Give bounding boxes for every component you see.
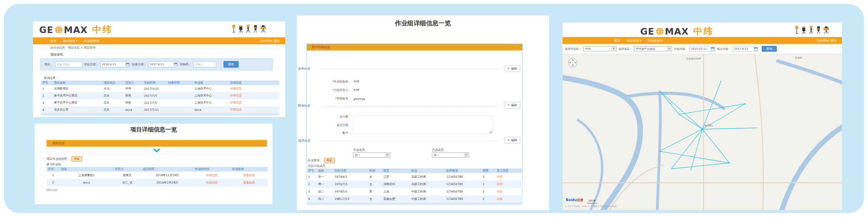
- table-cell: 徐然: [124, 99, 142, 106]
- table-link[interactable]: 详细信息: [229, 99, 279, 106]
- table-row: 1滨湖路项目大冶何伟2017/3/22上海技术中心详细信息: [41, 85, 279, 92]
- table-link[interactable]: 详细信息: [229, 92, 279, 99]
- buyer-input[interactable]: [194, 61, 216, 67]
- table-cell: 北京: [102, 92, 124, 99]
- table-cell: [166, 85, 193, 92]
- table-row: 3徕卡技术中心测试北京徐然2017/7/5上海技术中心详细信息: [41, 99, 279, 106]
- geomax-globe-icon: [55, 26, 63, 34]
- workgroup-detail-window: 作业组详细信息一览 用户详细信息 基本信息 ✎编辑 *作业组名称：中纬 *小组负…: [297, 16, 549, 210]
- search-button[interactable]: 查询: [223, 61, 239, 68]
- table-header-row: 序号组名负责人成立时间作业组详情作业轨迹: [47, 167, 268, 172]
- remark-textarea[interactable]: [353, 116, 493, 134]
- nav-home[interactable]: 首页: [614, 38, 620, 43]
- available-members-select[interactable]: 孙一▼: [353, 152, 390, 158]
- user-detail-bar: 用户详细信息: [307, 44, 522, 51]
- total-label: 总人数：: [340, 115, 351, 118]
- nav-home[interactable]: 首页: [50, 39, 57, 43]
- founded-label: 成立日期：: [337, 123, 352, 127]
- table-cell: 滨湖路项目: [52, 85, 102, 92]
- project-input[interactable]: [55, 61, 82, 67]
- start-date-label: 开始日期：: [84, 63, 99, 66]
- view-note-button[interactable]: 查看: [71, 156, 82, 162]
- back-to-top-link[interactable]: 回到顶部: [47, 188, 57, 192]
- table-cell: 2017/3/22: [142, 85, 166, 92]
- collapse-toggle[interactable]: [47, 147, 267, 154]
- pencil-icon: ✎: [507, 138, 510, 142]
- table-row: 1上海测量组1侯聚凡2014年11月29日详细信息查看轨迹: [47, 172, 268, 179]
- screenshot-canvas: GE MAX 中纬 首页 项目管理▼ 作业组管理 GeoMax 退出 您当前位置…: [0, 0, 868, 217]
- table-link[interactable]: 详情: [495, 173, 523, 180]
- nav-project-management[interactable]: 项目管理▼: [63, 39, 78, 43]
- table-cell: 3: [41, 99, 52, 106]
- table-link[interactable]: 详情: [495, 195, 523, 203]
- chevron-down-icon: ▼: [464, 153, 468, 157]
- logo-text-cn: 中纬: [92, 24, 113, 36]
- table-cell: 1: [41, 85, 52, 92]
- table-link[interactable]: 详细信息: [229, 106, 279, 113]
- level-icon: [823, 26, 830, 34]
- query-section-title: 项目查询: [50, 52, 63, 57]
- total-station-icon: [801, 26, 807, 34]
- column-header: 联系电话: [445, 168, 481, 173]
- table-link[interactable]: 详情: [495, 180, 523, 188]
- table-link[interactable]: 查看轨迹: [230, 172, 268, 179]
- table-link[interactable]: 查看轨迹: [230, 179, 268, 186]
- table-link[interactable]: 详情: [495, 188, 523, 195]
- geomax-logo: GE MAX 中纬: [39, 24, 113, 36]
- edit-extra-button[interactable]: ✎编辑: [504, 102, 520, 108]
- table-cell: 高级工程师: [410, 180, 445, 188]
- table-cell: 女: [368, 180, 382, 188]
- group-name-value: 中纬: [353, 80, 359, 84]
- calendar-icon[interactable]: [174, 63, 177, 66]
- chevron-down-icon: [153, 149, 161, 152]
- chevron-down-icon: ▼: [385, 153, 389, 157]
- table-cell: 2: [481, 180, 495, 188]
- project-select[interactable]: 中纬测产品测试▼: [634, 46, 672, 51]
- column-header: 项目地点: [102, 80, 124, 85]
- theodolite-icon: [253, 24, 258, 33]
- table-cell: 2017/7/5: [142, 99, 166, 106]
- table-row: 2leica张三_试2016年2月24日详细信息查看轨迹: [47, 179, 268, 186]
- job-query-view-button[interactable]: 查看: [324, 158, 335, 163]
- chevron-down-icon: ▼: [640, 40, 641, 42]
- workgroup-select[interactable]: 中纬▼: [583, 46, 617, 51]
- map-filter-bar: 选择作业组： 中纬▼ 选择项目： 中纬测产品测试▼ 开始日期： 截止日期： 查询: [563, 44, 842, 54]
- logout-link[interactable]: GeoMax 退出: [817, 38, 842, 43]
- table-row: 2周一1976/7/1女河南郑州高级工程师1234567892详情: [307, 180, 523, 188]
- map-canvas[interactable]: Baidu百度 200 米 © 2017 Baidu - Data © 长地图 …: [563, 54, 842, 210]
- search-form: 项目： 开始日期： 结束日期： 采购商： 查询: [40, 58, 273, 70]
- selected-members-select[interactable]: 孙一▼: [432, 152, 469, 158]
- map-search-button[interactable]: 查询: [762, 46, 777, 52]
- logout-link[interactable]: GeoMax 退出: [260, 39, 285, 43]
- table-cell: 1976/7/1: [333, 180, 368, 188]
- calendar-icon[interactable]: [754, 47, 757, 51]
- nav-workgroup-management[interactable]: 作业组管理: [84, 39, 99, 43]
- table-link[interactable]: 详细信息: [229, 85, 279, 92]
- table-cell: leica: [124, 106, 142, 113]
- edit-basic-button[interactable]: ✎编辑: [504, 65, 520, 72]
- table-cell: 1: [307, 173, 317, 180]
- chevron-down-icon: ▼: [612, 47, 615, 51]
- nav-project-management[interactable]: 项目管理▼: [627, 38, 641, 43]
- map-pan-control[interactable]: [567, 57, 578, 68]
- calendar-icon[interactable]: [126, 63, 129, 66]
- table-cell: 123456789: [445, 188, 481, 195]
- gnss-rover-icon: [231, 24, 236, 33]
- geomax-globe-icon: [656, 27, 664, 35]
- edit-members-button[interactable]: ✎编辑: [504, 137, 520, 144]
- table-header-row: 序号项目名称项目地点负责人开始时间结束时间作业组详细信息: [41, 80, 279, 85]
- table-cell: 男: [368, 188, 382, 195]
- calendar-icon[interactable]: [711, 47, 714, 51]
- nav-workgroup-management[interactable]: 作业组管理: [648, 38, 663, 43]
- column-header: 负责人: [124, 80, 142, 85]
- table-cell: 中级工程师: [410, 188, 445, 195]
- account-value: geomax: [353, 97, 365, 101]
- table-link[interactable]: 详细信息: [193, 172, 230, 179]
- divider: [320, 106, 499, 106]
- table-link[interactable]: 详细信息: [193, 179, 230, 186]
- column-header: 负责人: [113, 167, 141, 172]
- table-cell: 上海技术中心: [193, 99, 229, 106]
- column-header: 组名: [60, 167, 113, 172]
- workgroup-table: 序号组名负责人成立时间作业组详情作业轨迹1上海测量组1侯聚凡2014年11月29…: [47, 167, 268, 186]
- table-cell: 大冶: [102, 85, 124, 92]
